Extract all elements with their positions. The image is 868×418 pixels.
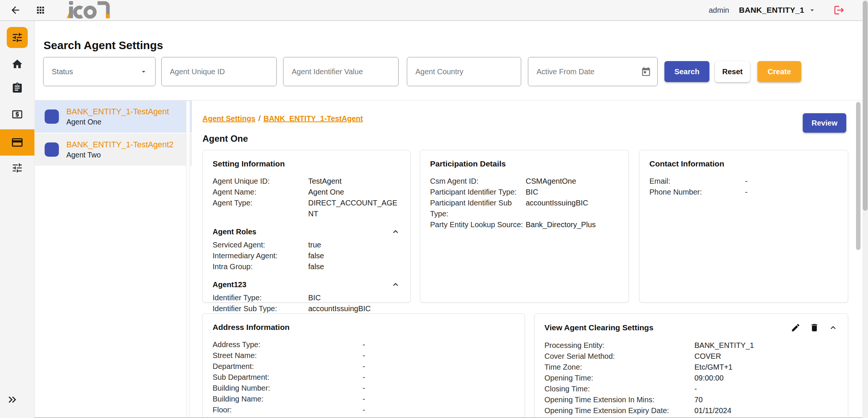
home-icon	[11, 58, 23, 70]
active-from-date-field	[528, 57, 658, 86]
setting-information-card: Setting Information Agent Unique ID: Tes…	[202, 150, 411, 303]
entity-name: BANK_ENTITY_1	[739, 6, 804, 15]
entity-selector[interactable]: BANK_ENTITY_1	[739, 6, 816, 15]
review-button[interactable]: Review	[803, 113, 846, 133]
status-select-value: Status	[52, 67, 73, 76]
field-label: Intermediary Agent:	[213, 250, 308, 261]
field-row: Opening Time: 09:00:00	[544, 373, 838, 384]
contact-information-card: Contact Information Email: - Phone Numbe…	[639, 150, 848, 303]
agent-item-name: Agent One	[66, 117, 169, 127]
field-label: Opening Time Extension Expiry Date:	[544, 405, 694, 416]
agent-identifier-value-field	[283, 57, 399, 86]
sidebar	[0, 21, 34, 418]
field-value: -	[363, 383, 515, 394]
field-row: Email: -	[649, 176, 838, 187]
agent-item-id: BANK_ENTITY_1-TestAgent2	[66, 140, 174, 150]
field-row: Department: -	[213, 361, 515, 372]
field-label: Agent Type:	[213, 198, 308, 208]
field-row: Csm Agent ID: CSMAgentOne	[430, 176, 619, 187]
content-scrollbar[interactable]	[856, 102, 861, 250]
field-value: -	[694, 384, 838, 394]
agent-list-scrollbar[interactable]	[186, 100, 190, 417]
field-value: TestAgent	[308, 176, 400, 187]
sidebar-item-agent-settings-active[interactable]	[0, 129, 34, 156]
search-button[interactable]: Search	[664, 61, 709, 82]
breadcrumb-current-agent-link[interactable]: BANK_ENTITY_1-TestAgent	[264, 114, 363, 123]
agent-unique-id-input[interactable]	[162, 57, 276, 86]
sidebar-expand-button[interactable]	[6, 393, 19, 408]
agent-detail-title: Agent One	[202, 133, 248, 144]
status-select[interactable]: Status	[43, 57, 156, 86]
field-value: CSMAgentOne	[526, 176, 619, 187]
sidebar-item-tasks[interactable]	[0, 82, 34, 94]
chevron-up-icon[interactable]	[391, 227, 400, 237]
field-row: Identifier Sub Type: accountIssuingBIC	[213, 303, 400, 314]
agent-avatar-square	[45, 142, 59, 157]
agent-list-item[interactable]: BANK_ENTITY_1-TestAgent2 Agent Two	[35, 133, 192, 166]
field-label: Opening Time:	[544, 373, 694, 384]
field-label: Street Name:	[213, 350, 363, 361]
topbar: admin BANK_ENTITY_1	[0, 0, 868, 21]
active-from-date-input[interactable]	[528, 57, 657, 86]
card-title: Contact Information	[649, 159, 724, 168]
field-label: Sub Department:	[213, 372, 363, 383]
field-row: Identifier Type: BIC	[213, 292, 400, 303]
user-role-label: admin	[709, 6, 729, 15]
agent-avatar-square	[45, 109, 59, 124]
calendar-icon[interactable]	[641, 67, 651, 77]
agent-country-field	[407, 57, 521, 86]
sidebar-item-configuration[interactable]	[0, 162, 34, 174]
chevron-up-icon[interactable]	[391, 280, 400, 289]
field-value: true	[308, 240, 400, 250]
field-value: -	[363, 350, 515, 361]
icon-logo	[65, 1, 111, 19]
app-window: admin BANK_ENTITY_1 Se	[0, 0, 868, 418]
field-label: Intra Group:	[213, 261, 308, 272]
reset-button[interactable]: Reset	[715, 61, 750, 82]
field-label: Agent Unique ID:	[213, 176, 308, 187]
field-label: Agent Name:	[213, 187, 308, 198]
field-row: Intermediary Agent: false	[213, 250, 400, 261]
page-scrollbar[interactable]	[863, 1, 868, 211]
field-value: Bank_Directory_Plus	[526, 219, 619, 230]
sidebar-item-payments[interactable]	[0, 108, 34, 121]
field-value: false	[308, 250, 400, 261]
apps-grid-icon[interactable]	[35, 5, 46, 15]
breadcrumb-agent-settings-link[interactable]: Agent Settings	[202, 114, 255, 123]
agent-unique-id-field	[161, 57, 277, 86]
field-label: Time Zone:	[544, 362, 694, 373]
field-label: Closing Time:	[544, 384, 694, 394]
field-row: Agent Name: Agent One	[213, 187, 400, 198]
field-label: Identifier Sub Type:	[213, 303, 308, 314]
field-label: Opening Time Extension In Mins:	[544, 394, 694, 405]
field-label: Address Type:	[213, 339, 363, 350]
trash-icon[interactable]	[810, 323, 819, 333]
agent-country-input[interactable]	[407, 57, 521, 86]
agent-item-id: BANK_ENTITY_1-TestAgent	[66, 107, 169, 117]
field-row: Opening Time Extension Expiry Date: 01/1…	[544, 405, 838, 416]
chevron-up-icon[interactable]	[828, 323, 838, 333]
credit-card-icon	[11, 136, 24, 149]
logout-icon[interactable]	[834, 4, 845, 16]
field-row: Address Type: -	[213, 339, 515, 350]
sidebar-item-home[interactable]	[0, 58, 34, 70]
sidebar-item-agent-settings-tile[interactable]	[7, 27, 28, 48]
agent-identifier-value-input[interactable]	[283, 57, 398, 86]
back-arrow-icon[interactable]	[10, 4, 21, 16]
field-row: Opening Time Extension In Mins: 70	[544, 394, 838, 405]
edit-pencil-icon[interactable]	[791, 323, 801, 333]
field-value: 70	[694, 394, 838, 405]
field-label: Processing Entity:	[544, 340, 694, 351]
field-value: -	[363, 394, 515, 405]
agent-list-item[interactable]: BANK_ENTITY_1-TestAgent Agent One	[35, 100, 192, 133]
create-button[interactable]: Create	[757, 61, 801, 82]
breadcrumb: Agent Settings/BANK_ENTITY_1-TestAgent	[202, 114, 363, 123]
field-label: Building Number:	[213, 383, 363, 394]
field-label: Building Name:	[213, 394, 363, 405]
field-row: Participant Identifier Type: BIC	[430, 187, 619, 198]
field-label: Cover Serial Method:	[544, 351, 694, 362]
field-label: Identifier Type:	[213, 292, 308, 303]
caret-down-icon	[139, 67, 148, 76]
field-value: accountIssuingBIC	[308, 303, 400, 314]
agent-item-name: Agent Two	[66, 150, 174, 160]
